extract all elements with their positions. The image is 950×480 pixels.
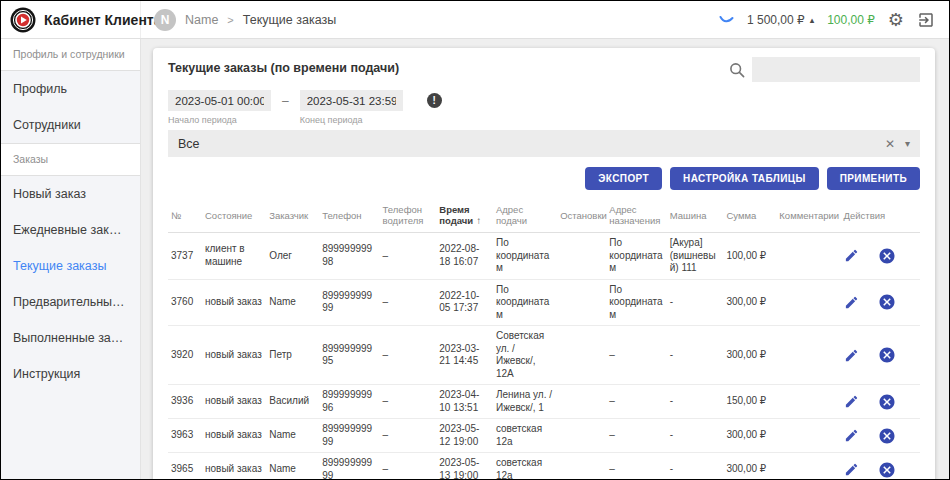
sidebar-item-preliminary-orders[interactable]: Предварительные заказы	[1, 284, 140, 320]
cell-car: -	[667, 279, 724, 326]
status-filter-value: Все	[178, 137, 879, 151]
orders-table: № Состояние Заказчик Телефон Телефон вод…	[168, 199, 920, 480]
column-header-phone[interactable]: Телефон	[319, 199, 379, 233]
sort-ascending-icon: ↑	[476, 215, 481, 226]
column-header-number[interactable]: №	[168, 199, 202, 233]
orders-card: Текущие заказы (по времени подачи)	[153, 48, 935, 480]
cell-actions	[841, 279, 920, 326]
export-button[interactable]: ЭКСПОРТ	[585, 167, 662, 190]
cell-customer: Петр	[266, 326, 319, 385]
cell-sum: 300,00 ₽	[723, 419, 776, 453]
cell-order-number: 3963	[168, 419, 202, 453]
edit-order-button[interactable]	[844, 295, 859, 310]
cell-stops	[557, 233, 606, 280]
cell-order-state: новый заказ	[202, 279, 266, 326]
cell-pickup-address: По координатам	[493, 279, 557, 326]
cell-actions	[841, 326, 920, 385]
cancel-order-button[interactable]	[878, 393, 896, 411]
column-header-stops[interactable]: Остановки	[557, 199, 606, 233]
cell-comments	[776, 453, 840, 480]
cell-pickup-time: 2022-10-05 17:37	[436, 279, 493, 326]
cell-order-number: 3737	[168, 233, 202, 280]
cell-pickup-time: 2022-08-18 16:07	[436, 233, 493, 280]
table-settings-button[interactable]: НАСТРОЙКА ТАБЛИЦЫ	[670, 167, 819, 190]
table-row: 3963 новый заказ Name 89999999999 – 2023…	[168, 419, 920, 453]
date-range-dash: –	[282, 94, 289, 108]
cancel-order-button[interactable]	[878, 461, 896, 479]
column-header-state[interactable]: Состояние	[202, 199, 266, 233]
cancel-order-button[interactable]	[878, 293, 896, 311]
cell-comments	[776, 279, 840, 326]
cancel-order-button[interactable]	[878, 427, 896, 445]
sidebar-item-daily-orders[interactable]: Ежедневные заказы	[1, 212, 140, 248]
cell-order-state: новый заказ	[202, 385, 266, 419]
period-end-label: Конец периода	[300, 115, 403, 125]
cancel-order-button[interactable]	[878, 247, 896, 265]
column-header-comments[interactable]: Комментарии	[776, 199, 840, 233]
apply-button[interactable]: ПРИМЕНИТЬ	[827, 167, 920, 190]
cell-customer: Name	[266, 453, 319, 480]
edit-order-button[interactable]	[844, 428, 859, 443]
sidebar-section-orders: Заказы	[1, 143, 140, 176]
breadcrumb-client[interactable]: Name	[185, 13, 218, 27]
cell-comments	[776, 326, 840, 385]
sidebar-item-current-orders[interactable]: Текущие заказы	[1, 248, 140, 284]
cell-sum: 150,00 ₽	[723, 385, 776, 419]
search-area	[729, 57, 920, 82]
sidebar-item-profile[interactable]: Профиль	[1, 71, 140, 107]
cancel-order-button[interactable]	[878, 346, 896, 364]
brand: Кабинет Клиента	[1, 1, 141, 38]
status-filter-caret-icon[interactable]: ▾	[901, 138, 910, 149]
topbar-right: 1 500,00 ₽ ▴ 100,00 ₽ ⚙	[719, 11, 949, 29]
table-row: 3936 новый заказ Василий 89999999996 – 2…	[168, 385, 920, 419]
period-start-input[interactable]	[168, 90, 271, 111]
cell-driver-phone: –	[380, 385, 437, 419]
cell-sum: 300,00 ₽	[723, 453, 776, 480]
sidebar-item-instruction[interactable]: Инструкция	[1, 356, 140, 392]
cell-comments	[776, 419, 840, 453]
cell-order-state: новый заказ	[202, 326, 266, 385]
column-header-car[interactable]: Машина	[667, 199, 724, 233]
column-header-actions: Действия	[841, 199, 920, 233]
cell-driver-phone: –	[380, 419, 437, 453]
cell-phone: 89999999998	[319, 233, 379, 280]
cell-driver-phone: –	[380, 326, 437, 385]
sidebar-item-completed-orders[interactable]: Выполненные заказы	[1, 320, 140, 356]
status-filter-clear-icon[interactable]: ✕	[879, 137, 901, 151]
column-header-customer[interactable]: Заказчик	[266, 199, 319, 233]
table-row: 3760 новый заказ Name 89999999999 – 2022…	[168, 279, 920, 326]
period-end-input[interactable]	[300, 90, 403, 111]
cell-car: -	[667, 326, 724, 385]
edit-order-button[interactable]	[844, 394, 859, 409]
cell-car: -	[667, 419, 724, 453]
column-header-destination-address[interactable]: Адрес назначения	[606, 199, 666, 233]
table-row: 3965 новый заказ Name 89999999999 – 2023…	[168, 453, 920, 480]
cell-driver-phone: –	[380, 453, 437, 480]
balance-caret-icon[interactable]: ▴	[810, 15, 815, 25]
logout-icon[interactable]	[917, 11, 935, 29]
cell-actions	[841, 233, 920, 280]
cell-order-number: 3920	[168, 326, 202, 385]
column-header-sum[interactable]: Сумма	[723, 199, 776, 233]
cell-customer: Name	[266, 419, 319, 453]
sidebar-item-employees[interactable]: Сотрудники	[1, 107, 140, 143]
orders-table-body: 3737 клиент в машине Олег 89999999998 – …	[168, 233, 920, 480]
cell-destination-address: –	[606, 385, 666, 419]
edit-order-button[interactable]	[844, 348, 859, 363]
edit-order-button[interactable]	[844, 248, 859, 263]
settings-gear-icon[interactable]: ⚙	[888, 11, 904, 29]
content-background: Текущие заказы (по времени подачи)	[141, 39, 949, 480]
column-header-pickup-time[interactable]: Время подачи↑	[436, 199, 493, 233]
column-header-pickup-address[interactable]: Адрес подачи	[493, 199, 557, 233]
balance-group[interactable]: 1 500,00 ₽ ▴	[747, 13, 814, 27]
column-header-driver-phone[interactable]: Телефон водителя	[380, 199, 437, 233]
sidebar: Профиль и сотрудники Профиль Сотрудники …	[1, 39, 141, 479]
cell-stops	[557, 453, 606, 480]
status-filter-select[interactable]: Все ✕ ▾	[168, 130, 920, 157]
sidebar-item-new-order[interactable]: Новый заказ	[1, 176, 140, 212]
cell-pickup-address: советская 12а	[493, 453, 557, 480]
search-input[interactable]	[752, 57, 920, 82]
cell-car: -	[667, 453, 724, 480]
edit-order-button[interactable]	[844, 462, 859, 477]
period-info-icon[interactable]: !	[427, 93, 442, 108]
